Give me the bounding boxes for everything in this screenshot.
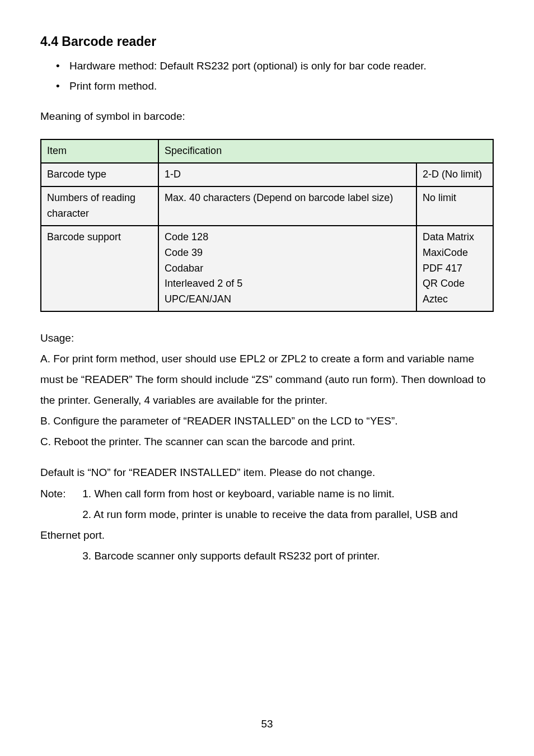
table-cell: Barcode type xyxy=(41,163,158,186)
bullet-icon: • xyxy=(56,76,69,96)
section-heading: 4.4 Barcode reader xyxy=(40,34,494,50)
barcode-meaning-label: Meaning of symbol in barcode: xyxy=(40,106,494,127)
table-cell: Max. 40 characters (Depend on barcode la… xyxy=(158,186,416,226)
note-label: Note: xyxy=(40,483,79,504)
table-cell: 1-D xyxy=(158,163,416,186)
usage-item: A. For print form method, user should us… xyxy=(40,348,494,410)
list-item: • Hardware method: Default RS232 port (o… xyxy=(56,56,494,76)
table-row: Numbers of reading character Max. 40 cha… xyxy=(41,186,493,226)
table-cell: Numbers of reading character xyxy=(41,186,158,226)
list-item: • Print form method. xyxy=(56,76,494,96)
note-line: 2. At run form mode, printer is unable t… xyxy=(40,504,494,545)
table-header-cell: Specification xyxy=(158,139,493,163)
table-cell: Code 128 Code 39 Codabar Interleaved 2 o… xyxy=(158,226,416,311)
note-item-text: 3. Barcode scanner only supports default… xyxy=(82,550,380,562)
spec-table: Item Specification Barcode type 1-D 2-D … xyxy=(40,139,494,312)
table-row: Barcode type 1-D 2-D (No limit) xyxy=(41,163,493,186)
note-line: 3. Barcode scanner only supports default… xyxy=(40,545,494,566)
bullet-icon: • xyxy=(56,56,69,76)
note-line: Note: 1. When call form from host or key… xyxy=(40,483,494,504)
list-item-text: Print form method. xyxy=(69,76,494,96)
usage-title: Usage: xyxy=(40,328,494,348)
table-row: Barcode support Code 128 Code 39 Codabar… xyxy=(41,226,493,311)
page-number: 53 xyxy=(0,718,534,730)
table-cell: 2-D (No limit) xyxy=(416,163,493,186)
usage-item: B. Configure the parameter of “READER IN… xyxy=(40,410,494,431)
bullet-list: • Hardware method: Default RS232 port (o… xyxy=(56,56,494,96)
table-cell: Data Matrix MaxiCode PDF 417 QR Code Azt… xyxy=(416,226,493,311)
table-header-row: Item Specification xyxy=(41,139,493,163)
table-header-cell: Item xyxy=(41,139,158,163)
note-item-text: 2. At run form mode, printer is unable t… xyxy=(40,508,458,541)
note-pre: Default is “NO” for “READER INSTALLED” i… xyxy=(40,462,494,483)
table-cell: Barcode support xyxy=(41,226,158,311)
note-item-text: 1. When call form from host or keyboard,… xyxy=(82,488,395,500)
table-cell: No limit xyxy=(416,186,493,226)
list-item-text: Hardware method: Default RS232 port (opt… xyxy=(69,56,494,76)
usage-item: C. Reboot the printer. The scanner can s… xyxy=(40,431,494,452)
